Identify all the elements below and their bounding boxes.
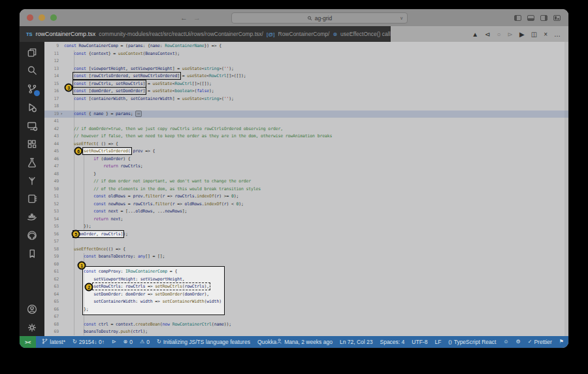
code-line[interactable]: 55 }); [44,223,568,231]
line-number[interactable]: 62 [44,276,59,284]
code-line[interactable]: 45 setRowCtrlsOrdered( prev => { [44,148,568,156]
code-line[interactable]: 62 setViewportHeight: setViewportHeight, [44,276,568,284]
line-number[interactable]: 13 [44,65,59,73]
code-line[interactable]: 50 // of the elements in the dom, as thi… [44,186,568,194]
line-number[interactable]: 63 [44,283,59,291]
line-number[interactable]: 46 [44,156,59,163]
line-number[interactable]: 67 [44,313,59,321]
run-or-debug-icon[interactable]: ▶ [519,31,525,38]
code-line[interactable]: 68 const ctrl = context.createBean(new R… [44,321,568,329]
bookmark-icon[interactable] [26,248,38,260]
code-line[interactable]: 49 // if dom order not important, we don… [44,178,568,186]
minimize-window-button[interactable] [39,14,45,21]
customize-layout-icon[interactable] [553,15,561,21]
status-git-branch[interactable]: latest* [42,338,65,346]
code-line[interactable]: 48 } [44,171,568,178]
code-line[interactable]: 58 useEffectOnce(() => { [44,246,568,254]
code-area[interactable]: 9const RowContainerComp = (params: {name… [44,42,568,336]
status-git-sync[interactable]: ↻29154↓ 0↑ [73,339,105,345]
status-flag[interactable]: ⚑ [559,339,564,345]
line-number[interactable]: 66 [44,306,59,314]
code-line[interactable]: 52 const newRows = rowCtrls.filter(r => … [44,201,568,209]
status-feedback[interactable]: ☺ [503,339,508,345]
line-number[interactable]: 56 [44,231,59,239]
source-control-icon[interactable] [26,83,38,95]
code-line[interactable]: 61 const compProxy: IRowContainerComp = … [44,268,568,276]
line-number[interactable]: 43 [44,133,59,141]
line-number[interactable]: 59 [44,253,59,261]
github-icon[interactable] [26,230,38,241]
line-number[interactable]: 55 [44,223,59,231]
line-number[interactable]: 14 [44,73,59,80]
zoom-window-button[interactable] [50,14,57,21]
line-number[interactable]: 11 [44,50,59,58]
code-line[interactable]: 57 [44,238,568,246]
history-forward-button[interactable]: → [193,14,201,22]
code-line[interactable]: 13 const [viewportHeight, setViewportHei… [44,65,568,73]
code-line[interactable]: 67 [44,313,568,321]
extensions-icon[interactable] [26,138,38,150]
nav-dot-icon[interactable]: ○ [497,31,501,38]
remote-indicator[interactable]: >< [20,336,36,348]
line-number[interactable]: 41 [44,118,59,126]
split-editor-icon[interactable]: ◫ [531,31,537,38]
code-line[interactable]: 59 const beansToDestroy: any[] = []; [44,253,568,261]
code-line[interactable]: 17 const [containerWidth, setContainerWi… [44,95,568,103]
editor-tab[interactable]: TS rowContainerComp.tsx community-module… [20,26,391,42]
fold-chevron-icon[interactable]: › [59,110,64,118]
code-line[interactable]: 43 // however if false, then we need to … [44,133,568,141]
line-number[interactable]: 16 [44,88,59,95]
line-number[interactable]: 47 [44,163,59,171]
code-line[interactable]: 60 [44,261,568,269]
toggle-secondary-sidebar-icon[interactable] [540,15,547,21]
nav-forward-circle-icon[interactable]: ⊳ [508,31,513,38]
code-line[interactable]: 11 const {context} = useContext(BeansCon… [44,50,568,58]
code-line[interactable]: 41 [44,118,568,126]
code-line[interactable]: 69 beansToDestroy.push(ctrl); [44,328,568,336]
code-line[interactable]: 66 }; [44,306,568,314]
line-number[interactable]: 65 [44,298,59,306]
nav-back-circle-icon[interactable]: ⊲ [485,31,490,38]
line-number[interactable]: 15 [44,80,59,88]
line-number[interactable]: 60 [44,261,59,269]
code-line[interactable]: 16 const [domOrder, setDomOrder] = useSt… [44,88,568,95]
code-line[interactable]: 9const RowContainerComp = (params: {name… [44,42,568,50]
line-number[interactable]: 19 [44,110,59,118]
line-number[interactable]: 61 [44,268,59,276]
line-number[interactable]: 12 [44,58,59,65]
line-number[interactable]: 18 [44,103,59,110]
history-back-button[interactable]: ← [180,14,188,22]
editor-scrollbar[interactable] [564,42,568,336]
status-cursor-position[interactable]: Ln 72, Col 23 [340,339,373,345]
code-line[interactable]: 44 useEffect( () => { [44,141,568,148]
line-number[interactable]: 45 [44,148,59,156]
status-language-mode[interactable]: ()TypeScript React [448,339,496,345]
code-line[interactable]: 63 setRowCtrls: rowCtrls => setRowCtrls(… [44,283,568,291]
quokka-alert-icon[interactable]: ▲ [472,31,478,38]
breadcrumb-symbol[interactable]: RowContainerComp/ [278,31,330,37]
search-icon[interactable] [26,65,38,76]
status-problems-warnings[interactable]: ⚠0 [140,339,150,345]
code-line[interactable]: 19› const { name } = params; ⋯ [44,110,568,118]
code-line[interactable]: 42 // if domOrder=true, then we just cop… [44,126,568,133]
code-line[interactable]: 14 const [rowCtrlsOrdered, setRowCtrlsOr… [44,73,568,80]
run-debug-icon[interactable] [26,101,38,113]
status-prettier[interactable]: ✓Prettier [528,339,552,345]
code-editor[interactable]: 9const RowContainerComp = (params: {name… [44,42,568,336]
line-number[interactable]: 52 [44,201,59,209]
more-actions-icon[interactable]: … [554,31,561,38]
toggle-panel-icon[interactable] [527,15,534,21]
status-problems-errors[interactable]: ⊗0 [123,339,133,345]
line-number[interactable]: 49 [44,178,59,186]
status-publish[interactable]: ⊳ [112,339,116,345]
code-line[interactable]: 47 return rowCtrls; [44,163,568,171]
status-eol[interactable]: LF [434,339,441,345]
line-number[interactable]: 58 [44,246,59,254]
code-line[interactable]: 51 const oldRows = prev.filter(r => rowC… [44,193,568,201]
line-number[interactable]: 68 [44,321,59,329]
line-number[interactable]: 9 [44,42,59,50]
close-editor-icon[interactable]: × [544,31,547,38]
explorer-icon[interactable] [26,46,38,58]
line-number[interactable]: 50 [44,186,59,194]
line-number[interactable]: 53 [44,208,59,216]
